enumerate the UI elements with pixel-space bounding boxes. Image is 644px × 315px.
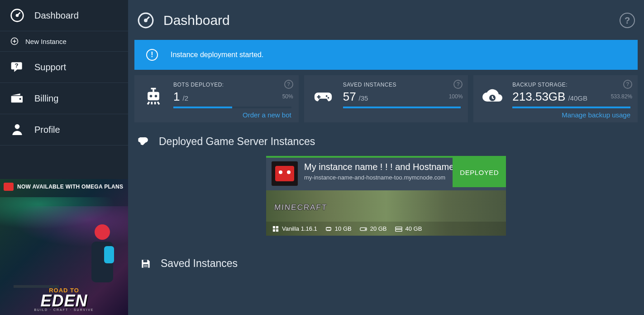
stat-card-backup: BACKUP STORAGE: 213.53GB /40GB Manage ba… [473, 75, 638, 122]
instance-body: MINECRAFT Vanilla 1.16.1 10 GB 20 GB [266, 190, 506, 236]
sidebar-item-label: Profile [34, 125, 60, 135]
alert-text: Instance deployment started. [171, 51, 263, 59]
sidebar-item-profile[interactable]: Profile [0, 114, 128, 145]
section-title: Deployed Game Server Instances [159, 136, 315, 148]
stat-denom: /2 [182, 94, 188, 102]
bot-icon [142, 84, 165, 108]
promo-banner: NOW AVAILABLE WITH OMEGA PLANS [0, 183, 128, 191]
svg-rect-20 [395, 229, 401, 231]
svg-rect-14 [273, 229, 275, 231]
save-icon [140, 258, 152, 270]
stat-pct: 533.82% [611, 93, 632, 100]
game-logo: MINECRAFT [274, 203, 328, 212]
stat-num: 57 [343, 90, 356, 104]
gauge-icon [10, 8, 24, 23]
sidebar-item-new-instance[interactable]: New Instance [0, 31, 128, 52]
svg-point-9 [325, 95, 327, 97]
main-content: Dashboard ? ! Instance deployment starte… [128, 0, 644, 315]
promo-tagline: BUILD · CRAFT · SURVIVE [34, 308, 94, 311]
promo-panel[interactable]: NOW AVAILABLE WITH OMEGA PLANS ROAD TO E… [0, 179, 128, 315]
section-header-deployed: Deployed Game Server Instances [134, 131, 638, 156]
svg-text:?: ? [15, 62, 19, 69]
sidebar-item-billing[interactable]: Billing [0, 83, 128, 114]
sidebar-item-label: New Instance [25, 38, 67, 45]
stat-label: BACKUP STORAGE: [512, 82, 630, 88]
profile-icon [10, 122, 24, 137]
svg-rect-24 [144, 266, 148, 267]
info-icon: ! [146, 49, 158, 61]
plus-circle-icon [10, 37, 19, 46]
svg-rect-23 [144, 265, 148, 266]
section-header-saved: Saved Instances [137, 257, 635, 270]
svg-point-7 [150, 95, 153, 97]
svg-point-0 [16, 15, 18, 16]
svg-rect-21 [143, 260, 148, 262]
svg-rect-22 [143, 264, 148, 268]
svg-rect-16 [326, 228, 331, 230]
svg-point-4 [15, 124, 20, 129]
stat-card-saved: SAVED INSTANCES 57 /35 ? 100% [304, 75, 468, 122]
alert-banner: ! Instance deployment started. [134, 40, 638, 70]
help-icon[interactable]: ? [284, 80, 293, 89]
page-header: Dashboard ? [134, 10, 638, 40]
bot-icon [4, 183, 14, 191]
instance-card[interactable]: My instance name ! ! ! and Hostname ? ? … [266, 156, 506, 236]
promo-banner-text: NOW AVAILABLE WITH OMEGA PLANS [17, 184, 123, 190]
help-icon[interactable]: ? [453, 80, 463, 89]
svg-rect-12 [273, 226, 275, 228]
stat-denom: /40GB [568, 94, 587, 102]
sidebar-item-dashboard[interactable]: Dashboard [0, 0, 128, 31]
section-title: Saved Instances [161, 257, 238, 270]
cloud-backup-icon [481, 84, 504, 108]
meta-disk1: 20 GB [360, 225, 387, 232]
svg-rect-6 [148, 92, 159, 100]
stat-num: 1 [173, 90, 180, 104]
sidebar: Dashboard New Instance ? Support Billing… [0, 0, 128, 315]
stat-label: BOTS DEPLOYED: [173, 82, 291, 88]
stats-row: BOTS DEPLOYED: 1 /2 Order a new bot ? 50… [134, 75, 638, 122]
support-icon: ? [10, 60, 24, 74]
stat-card-bots: BOTS DEPLOYED: 1 /2 Order a new bot ? 50… [134, 75, 299, 122]
gamepad-icon [311, 84, 335, 108]
stat-label: SAVED INSTANCES [343, 82, 461, 88]
order-bot-link[interactable]: Order a new bot [173, 111, 291, 119]
svg-point-10 [327, 97, 329, 99]
sidebar-item-label: Billing [34, 93, 58, 104]
sidebar-item-label: Support [34, 62, 66, 73]
svg-point-8 [155, 95, 157, 97]
stat-bar [343, 107, 461, 108]
meta-version: Vanilla 1.16.1 [272, 225, 317, 232]
svg-rect-15 [276, 229, 278, 231]
promo-title: EDEN [34, 294, 94, 308]
svg-point-18 [365, 228, 366, 229]
instance-avatar [272, 161, 298, 186]
stat-pct: 50% [282, 93, 293, 100]
meta-disk2: 40 GB [395, 225, 422, 232]
wallet-icon [10, 91, 24, 106]
help-icon[interactable]: ? [623, 80, 632, 89]
promo-logo: ROAD TO EDEN BUILD · CRAFT · SURVIVE [34, 287, 94, 311]
rocket-icon [137, 135, 150, 148]
stat-bar [173, 107, 291, 108]
stat-num: 213.53GB [512, 90, 565, 104]
gauge-icon [137, 12, 154, 29]
manage-backup-link[interactable]: Manage backup usage [512, 111, 630, 119]
instance-meta: Vanilla 1.16.1 10 GB 20 GB 40 GB [266, 222, 506, 236]
stat-pct: 100% [449, 93, 463, 100]
svg-point-3 [19, 98, 21, 100]
svg-point-5 [145, 19, 147, 22]
stat-denom: /35 [359, 94, 368, 102]
svg-rect-19 [395, 227, 401, 228]
page-title: Dashboard [163, 13, 230, 28]
meta-ram: 10 GB [325, 225, 352, 232]
sidebar-item-label: Dashboard [34, 10, 79, 21]
sidebar-item-support[interactable]: ? Support [0, 52, 128, 83]
stat-bar [512, 107, 630, 108]
status-badge: DEPLOYED [453, 158, 506, 187]
svg-rect-13 [276, 226, 278, 228]
help-button[interactable]: ? [620, 13, 635, 28]
